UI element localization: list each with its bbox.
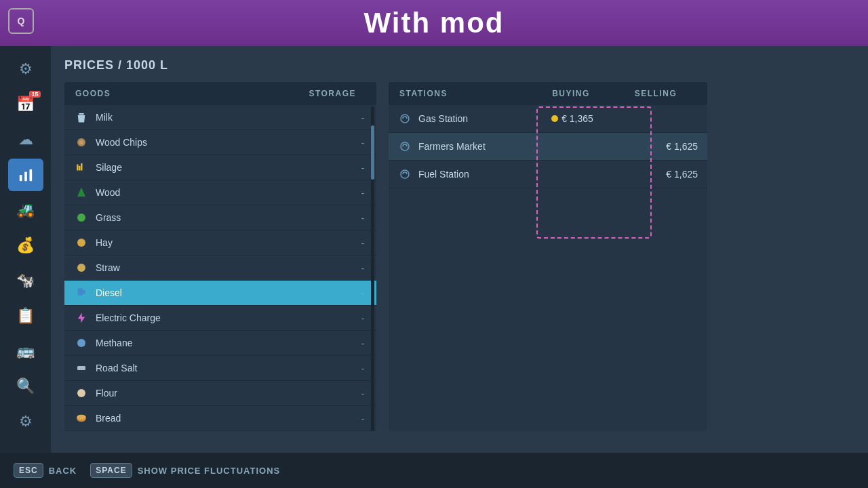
goods-scrollbar-thumb[interactable] [371,125,374,180]
goods-item-woodchips[interactable]: Wood Chips - [64,130,376,155]
methane-label: Methane [96,338,361,348]
calendar-badge: 15 [29,91,40,98]
wood-icon [74,185,89,200]
goods-item-bread[interactable]: Bread - [64,406,376,431]
svg-point-22 [401,170,409,178]
station-item-fuel-station[interactable]: Fuel Station € 1,625 [389,161,707,188]
goods-item-electric-charge[interactable]: Electric Charge - [64,306,376,331]
fluctuations-label[interactable]: SHOW PRICE FLUCTUATIONS [138,466,281,476]
flour-storage: - [361,388,364,399]
silage-label: Silage [96,162,361,173]
milk-icon [74,110,89,125]
sidebar-item-calendar[interactable]: 📅 15 [8,88,43,121]
sidebar-item-settings[interactable]: ⚙ [8,53,43,85]
grass-storage: - [361,213,364,223]
gas-station-buying: € 1,365 [528,113,616,124]
back-hotkey-group: ESC BACK [14,463,77,478]
straw-storage: - [361,263,364,273]
flour-label: Flour [96,388,361,399]
fuel-station-icon [398,167,412,181]
straw-icon [74,260,89,275]
svg-marker-14 [78,313,85,323]
station-item-farmers-market[interactable]: Farmers Market € 1,625 [389,133,707,161]
electric-storage: - [361,313,364,323]
goods-scrollbar-track [371,106,374,431]
bottom-bar: ESC BACK SPACE SHOW PRICE FLUCTUATIONS [0,453,868,488]
milk-storage: - [361,113,364,123]
diesel-icon [74,285,89,300]
sidebar-item-animals[interactable]: 🐄 [8,264,43,297]
goods-item-road-salt[interactable]: Road Salt - [64,356,376,381]
methane-storage: - [361,338,364,348]
esc-key-badge: ESC [14,463,43,478]
wood-label: Wood [96,187,361,198]
bread-icon [74,411,89,426]
svg-rect-3 [79,113,84,115]
goods-item-milk[interactable]: Milk - [64,105,376,130]
svg-rect-7 [79,166,80,171]
diesel-label: Diesel [96,287,361,298]
sidebar-item-stats[interactable] [8,159,43,191]
electric-icon [74,310,89,325]
svg-rect-0 [19,175,22,181]
svg-rect-12 [78,288,83,296]
goods-item-flour[interactable]: Flour - [64,381,376,406]
back-label[interactable]: BACK [49,466,77,476]
bread-label: Bread [96,413,361,424]
svg-rect-1 [24,171,27,181]
flour-icon [74,386,89,401]
goods-panel: GOODS STORAGE Milk - Wood Chips - [64,82,376,431]
top-banner: Q With mod [0,0,868,46]
sidebar-item-game-settings[interactable]: ⚙ [8,405,43,438]
goods-item-hay[interactable]: Hay - [64,230,376,256]
sidebar-item-weather[interactable]: ☁ [8,123,43,156]
svg-point-19 [77,415,86,420]
sidebar-item-missions[interactable]: 📋 [8,300,43,332]
corner-badge: Q [8,8,34,34]
main-content: PRICES / 1000 L GOODS STORAGE Milk - [51,46,868,474]
gas-buying-price: € 1,365 [561,113,593,124]
wood-storage: - [361,188,364,198]
farmers-market-selling: € 1,625 [616,141,698,152]
road-salt-storage: - [361,363,364,373]
sidebar-item-vehicles[interactable]: 🚜 [8,194,43,226]
goods-item-diesel[interactable]: Diesel - [64,281,376,306]
goods-item-silage[interactable]: Silage - [64,155,376,180]
road-salt-label: Road Salt [96,363,361,373]
stations-panel: STATIONS BUYING SELLING Gas Station € 1,… [389,82,707,431]
sidebar: ⚙ 📅 15 ☁ 🚜 💰 🐄 📋 🚌 🔍 ⚙ [0,46,51,488]
sidebar-item-help[interactable]: 🔍 [8,370,43,403]
svg-point-20 [401,115,409,123]
straw-label: Straw [96,262,361,273]
woodchips-icon [74,135,89,150]
goods-item-grass[interactable]: Grass - [64,205,376,230]
space-key-badge: SPACE [90,463,132,478]
svg-point-11 [77,264,85,272]
station-item-gas[interactable]: Gas Station € 1,365 [389,105,707,133]
goods-item-methane[interactable]: Methane - [64,331,376,356]
sidebar-item-finances[interactable]: 💰 [8,229,43,262]
svg-point-15 [77,339,85,347]
svg-rect-8 [81,163,82,171]
hay-icon [74,235,89,250]
yellow-dot [551,115,558,122]
goods-item-wood[interactable]: Wood - [64,180,376,205]
electric-label: Electric Charge [96,312,361,323]
goods-list: Milk - Wood Chips - Silage - [64,105,376,431]
gas-station-label: Gas Station [418,113,528,124]
page-title: With mod [364,7,505,39]
sidebar-item-transport[interactable]: 🚌 [8,335,43,367]
stations-panel-header: STATIONS BUYING SELLING [389,82,707,105]
svg-point-17 [77,389,85,397]
milk-label: Milk [96,112,361,123]
woodchips-label: Wood Chips [96,137,361,148]
bread-storage: - [361,413,364,424]
woodchips-storage: - [361,138,364,148]
storage-col-header: STORAGE [309,89,366,98]
svg-point-5 [79,140,83,144]
panels-row: GOODS STORAGE Milk - Wood Chips - [64,82,854,431]
buying-col-header: BUYING [527,89,615,98]
goods-item-straw[interactable]: Straw - [64,256,376,281]
road-salt-icon [74,361,89,375]
fuel-station-label: Fuel Station [418,169,528,180]
